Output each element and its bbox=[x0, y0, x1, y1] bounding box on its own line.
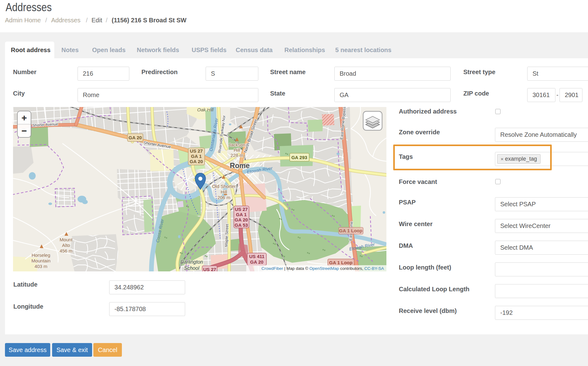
svg-text:US 411: US 411 bbox=[249, 254, 264, 259]
svg-text:CrowdFiber | Map data © OpenSt: CrowdFiber | Map data © OpenStreetMap co… bbox=[261, 266, 384, 271]
svg-text:GA 20: GA 20 bbox=[129, 135, 142, 140]
svg-text:GA 1 Loop: GA 1 Loop bbox=[329, 260, 352, 265]
svg-text:GA 293: GA 293 bbox=[291, 155, 307, 160]
svg-text:Horseleg: Horseleg bbox=[32, 252, 50, 258]
svg-text:GA 20: GA 20 bbox=[190, 159, 203, 164]
svg-text:−: − bbox=[21, 126, 27, 136]
svg-text:228 m: 228 m bbox=[230, 153, 243, 158]
svg-text:Jackson: Jackson bbox=[228, 142, 245, 147]
svg-text:GA 1: GA 1 bbox=[236, 212, 247, 217]
svg-text:Old Shorter: Old Shorter bbox=[212, 184, 236, 189]
svg-text:Alto: Alto bbox=[62, 243, 70, 248]
svg-text:Darlington: Darlington bbox=[180, 259, 203, 265]
svg-text:403 m: 403 m bbox=[34, 264, 47, 269]
svg-text:Maple Street: Maple Street bbox=[224, 224, 229, 247]
svg-text:Hill: Hill bbox=[234, 147, 240, 153]
svg-text:Oak Hill: Oak Hill bbox=[197, 107, 214, 112]
svg-text:Mount: Mount bbox=[60, 237, 73, 242]
svg-text:US 27: US 27 bbox=[203, 267, 216, 271]
svg-text:Rome: Rome bbox=[230, 162, 250, 170]
svg-text:GA 20: GA 20 bbox=[250, 259, 264, 265]
svg-text:Mountain: Mountain bbox=[31, 258, 51, 263]
svg-text:GA 53: GA 53 bbox=[235, 222, 248, 228]
svg-text:456 m: 456 m bbox=[60, 248, 73, 253]
svg-text:+: + bbox=[21, 113, 27, 123]
svg-text:GA 20: GA 20 bbox=[235, 217, 248, 222]
svg-text:School: School bbox=[184, 266, 199, 271]
svg-text:GA 1 Loop: GA 1 Loop bbox=[339, 228, 362, 233]
svg-text:GA 1: GA 1 bbox=[191, 154, 202, 159]
svg-text:206 m: 206 m bbox=[217, 195, 230, 200]
svg-text:US 27: US 27 bbox=[190, 148, 203, 154]
svg-text:Hill: Hill bbox=[221, 189, 227, 194]
svg-text:US 27: US 27 bbox=[235, 207, 248, 212]
